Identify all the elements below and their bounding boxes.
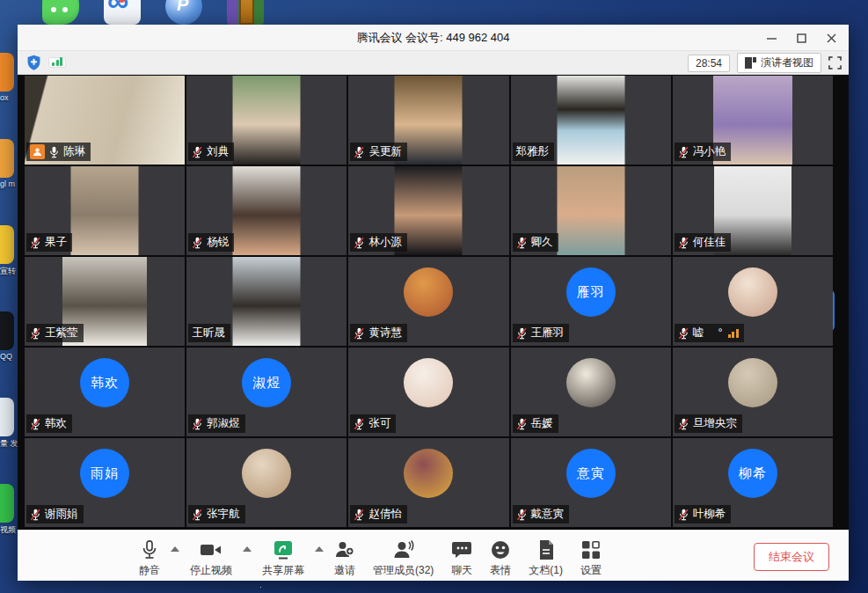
participant-tile[interactable]: 张可: [348, 348, 508, 436]
participant-tile[interactable]: 张宇航: [186, 438, 346, 527]
settings-toolbar-button[interactable]: 设置: [572, 534, 610, 578]
winrar-icon[interactable]: [227, 0, 264, 25]
avatar: [566, 358, 616, 407]
participant-tile[interactable]: 赵倩怡: [348, 438, 508, 527]
members-toolbar-button[interactable]: 管理成员(32): [364, 534, 442, 578]
participant-name: 陈琳: [63, 144, 85, 159]
participant-tile[interactable]: 果子: [25, 166, 185, 255]
participant-tile[interactable]: 旦增央宗: [673, 348, 833, 436]
muted-mic-icon: [516, 418, 528, 430]
participant-tile[interactable]: 王紫莹: [25, 257, 185, 346]
muted-mic-icon: [678, 237, 689, 249]
participant-tile[interactable]: 韩欢 韩欢: [25, 348, 185, 436]
security-shield-icon[interactable]: [26, 55, 41, 70]
participant-name-label: 岳媛: [513, 414, 558, 433]
participant-name-label: 王雁羽: [513, 324, 570, 342]
participant-name: 郭淑煜: [207, 416, 240, 431]
participant-name: 刘典: [207, 144, 229, 159]
muted-mic-icon: [354, 146, 365, 158]
participant-tile[interactable]: 雨娟 谢雨娟: [25, 438, 185, 527]
title-bar[interactable]: 腾讯会议 会议号: 449 962 404: [18, 25, 849, 51]
expand-options-arrow[interactable]: [315, 546, 324, 552]
participant-tile[interactable]: 郑雅彤: [511, 76, 671, 165]
fullscreen-icon[interactable]: [828, 56, 842, 70]
participant-name-label: 谢雨娟: [26, 505, 84, 523]
participant-name: 吴更新: [368, 144, 402, 159]
desktop-shortcut-icon[interactable]: gl m: [0, 139, 18, 188]
participant-tile[interactable]: 刘典: [186, 76, 346, 165]
maximize-button[interactable]: [789, 27, 813, 48]
participant-tile[interactable]: 吴更新: [348, 76, 508, 165]
participant-tile[interactable]: 嘘ゞ °: [673, 257, 833, 346]
chat-toolbar-button[interactable]: 聊天: [442, 534, 481, 578]
poor-signal-icon: [728, 328, 739, 338]
participant-name-label: 吴更新: [350, 143, 407, 161]
cloud-app-icon[interactable]: [104, 0, 141, 25]
muted-mic-icon: [192, 146, 203, 158]
toolbar-label: 静音: [139, 563, 160, 578]
muted-mic-icon: [192, 509, 203, 521]
avatar: 雨娟: [80, 449, 129, 498]
shortcut-label: 宣转: [0, 266, 18, 277]
end-meeting-button[interactable]: 结束会议: [754, 543, 829, 571]
expand-options-arrow[interactable]: [243, 546, 252, 552]
avatar: [728, 267, 777, 317]
expand-options-arrow[interactable]: [171, 546, 179, 552]
mic-toolbar-button[interactable]: 静音: [130, 534, 169, 578]
desktop-shortcut-icon[interactable]: QQ: [0, 311, 18, 361]
participant-tile[interactable]: 岳媛: [511, 348, 671, 436]
avatar: [242, 449, 291, 498]
potplayer-icon[interactable]: [165, 0, 202, 25]
avatar: [404, 358, 453, 407]
wechat-icon[interactable]: [42, 0, 79, 25]
participant-tile[interactable]: 何佳佳: [673, 166, 833, 255]
participant-tile[interactable]: 陈琳: [25, 76, 185, 165]
muted-mic-icon: [516, 237, 528, 249]
camera-toolbar-button[interactable]: 停止视频: [181, 534, 241, 578]
desktop-shortcut-icon[interactable]: 视频: [0, 484, 18, 533]
desktop-top-icons: [42, 0, 264, 25]
close-button[interactable]: [819, 27, 843, 48]
emoji-toolbar-button[interactable]: 表情: [481, 534, 520, 578]
participant-name: 韩欢: [45, 416, 67, 431]
participant-tile[interactable]: 冯小艳: [673, 76, 833, 165]
shortcut-label: gl m: [0, 179, 18, 188]
participant-tile[interactable]: 黄诗慧: [348, 257, 508, 346]
desktop-shortcut-icon[interactable]: 宣转: [0, 225, 18, 275]
participant-name: 戴意寅: [531, 507, 565, 522]
desktop-shortcut-icon[interactable]: ox: [0, 53, 18, 102]
participant-name: 林小源: [368, 235, 402, 250]
tencent-meeting-window: 腾讯会议 会议号: 449 962 404 28:54 演讲: [18, 25, 849, 581]
speaker-view-button[interactable]: 演讲者视图: [737, 53, 821, 73]
participant-name: 王雁羽: [531, 326, 565, 340]
avatar: 韩欢: [80, 358, 129, 407]
participant-tile[interactable]: 意寅 戴意寅: [511, 438, 671, 527]
participant-tile[interactable]: 柳希 叶柳希: [673, 438, 833, 527]
participant-name-label: 卿久: [513, 233, 558, 252]
mic-icon: [141, 539, 158, 560]
participant-name: 郑雅彤: [516, 144, 550, 159]
muted-mic-icon: [354, 327, 365, 340]
participant-tile[interactable]: 雁羽 王雁羽: [511, 257, 671, 346]
participant-tile[interactable]: 林小源: [348, 166, 508, 255]
participant-name: 张可: [368, 416, 390, 431]
avatar: 意寅: [566, 449, 616, 498]
toolbar-label: 管理成员(32): [373, 563, 434, 578]
participant-tile[interactable]: 淑煜 郭淑煜: [186, 348, 346, 436]
doc-toolbar-button[interactable]: 文档(1): [520, 534, 572, 578]
participant-tile[interactable]: 杨锐: [186, 166, 346, 255]
share-screen-toolbar-button[interactable]: 共享屏幕: [253, 534, 313, 578]
participant-tile[interactable]: 王昕晟: [186, 257, 346, 346]
toolbar-buttons: 静音 停止视频 共享屏幕 邀请 管理成员(32) 聊天 表情 文档(1) 设置: [130, 534, 610, 578]
participant-name-label: 林小源: [350, 233, 407, 252]
participant-name: 王紫莹: [45, 326, 78, 340]
invite-toolbar-button[interactable]: 邀请: [325, 534, 364, 578]
participant-name-label: 张可: [350, 414, 396, 433]
shortcut-label: ox: [0, 93, 18, 102]
network-signal-icon[interactable]: [48, 57, 66, 68]
muted-mic-icon: [516, 327, 528, 340]
layout-icon: [745, 57, 756, 69]
minimize-button[interactable]: [759, 27, 784, 48]
desktop-shortcut-icon[interactable]: 量 发: [0, 398, 18, 447]
participant-tile[interactable]: 卿久: [511, 166, 671, 255]
